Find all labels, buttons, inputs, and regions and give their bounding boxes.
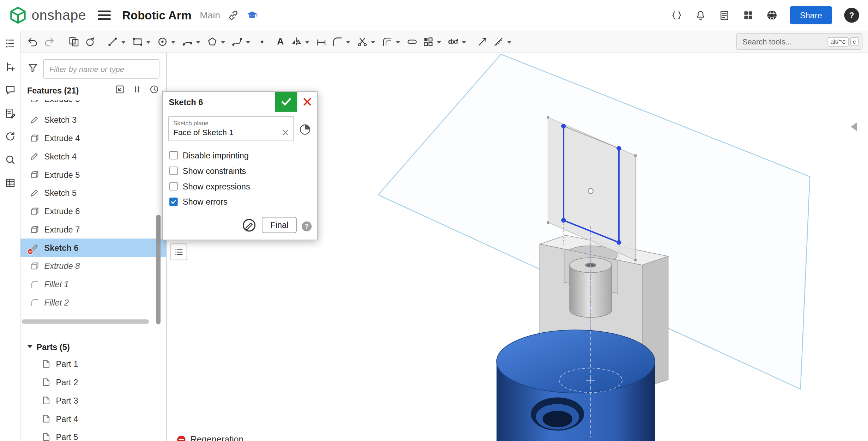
feature-filter-input[interactable] (43, 59, 159, 79)
redo-tool[interactable] (41, 34, 57, 49)
option-show-expressions[interactable]: Show expressions (169, 182, 311, 191)
search-tools-box[interactable]: alt/⌥ c (736, 33, 863, 50)
dxf-dropdown[interactable] (462, 41, 466, 46)
sketch-mode-icon[interactable] (242, 217, 257, 233)
trim-dropdown[interactable] (371, 41, 375, 46)
share-button[interactable]: Share (790, 6, 832, 24)
filter-funnel-icon[interactable] (27, 62, 39, 76)
mirror-tool[interactable] (288, 34, 304, 49)
transform-tool[interactable] (82, 34, 98, 49)
dxf-tool[interactable]: dxf (445, 34, 461, 49)
onshape-logo[interactable]: onshape (9, 6, 86, 24)
trim-tool[interactable] (354, 34, 370, 49)
suspend-icon[interactable] (132, 84, 142, 97)
menu-icon[interactable] (98, 11, 110, 20)
apps-grid-icon[interactable] (742, 10, 754, 21)
checkbox-unchecked[interactable] (169, 182, 178, 191)
fillet-dropdown[interactable] (346, 41, 351, 46)
extend-tool[interactable] (475, 34, 490, 49)
sketch-plane-field[interactable]: Sketch plane Face of Sketch 1 (168, 116, 294, 141)
comments-icon[interactable] (4, 84, 16, 96)
notes-icon[interactable] (4, 107, 16, 119)
part-item[interactable]: Part 2 (20, 373, 166, 391)
insert-feature-icon[interactable] (115, 84, 125, 97)
spline-tool[interactable] (229, 34, 245, 49)
checkbox-checked[interactable] (169, 198, 178, 206)
help-button[interactable]: ? (844, 8, 859, 23)
globe-icon[interactable] (766, 10, 778, 21)
spline-dropdown[interactable] (246, 41, 251, 46)
versions-icon[interactable] (4, 131, 16, 142)
option-show-constraints[interactable]: Show constraints (169, 166, 311, 176)
feature-tree-icon[interactable] (4, 38, 16, 49)
feature-item[interactable]: Extrude 3 (20, 100, 166, 111)
inspect-tool[interactable] (490, 34, 506, 49)
search-icon[interactable] (4, 154, 16, 165)
feature-item[interactable]: Extrude 5 (20, 165, 166, 184)
link-icon[interactable] (228, 10, 239, 21)
tasks-icon[interactable] (718, 10, 730, 21)
offset-dropdown[interactable] (396, 41, 400, 46)
checkbox-unchecked[interactable] (169, 167, 178, 175)
dialog-help-icon[interactable]: ? (302, 221, 312, 231)
feature-item[interactable]: Extrude 8 (20, 257, 166, 275)
part-item[interactable]: Part 1 (20, 355, 166, 373)
polygon-dropdown[interactable] (221, 41, 225, 46)
learning-cap-icon[interactable] (246, 10, 258, 21)
mirror-dropdown[interactable] (305, 41, 309, 46)
feature-item[interactable]: Sketch 3 (20, 111, 166, 129)
horizontal-scrollbar[interactable] (22, 319, 149, 324)
fillet-tool[interactable] (329, 34, 345, 49)
part-item[interactable]: Part 4 (20, 410, 166, 428)
history-clock-icon[interactable] (149, 84, 159, 97)
paste-sketch-tool[interactable] (66, 34, 82, 49)
view-normal-icon[interactable] (299, 123, 312, 138)
panel-collapse-arrow-icon[interactable] (846, 122, 857, 131)
confirm-button[interactable] (275, 92, 297, 111)
insert-icon[interactable] (4, 61, 16, 73)
undo-tool[interactable] (25, 34, 41, 49)
feature-item[interactable]: Extrude 7 (20, 220, 166, 238)
bottom-notice[interactable]: Regeneration (177, 435, 243, 441)
arc-dropdown[interactable] (196, 41, 200, 46)
part-item[interactable]: Part 3 (20, 391, 166, 410)
rectangle-dropdown[interactable] (146, 41, 151, 46)
pattern-dropdown[interactable] (437, 41, 441, 46)
option-show-errors[interactable]: Show errors (169, 197, 311, 207)
feature-item[interactable]: Sketch 5 (20, 184, 166, 202)
feature-item[interactable]: Fillet 2 (20, 294, 166, 312)
circle-tool[interactable] (155, 34, 170, 49)
feature-item[interactable]: Sketch 4 (20, 147, 166, 165)
part-item[interactable]: Part 5 (20, 428, 166, 441)
line-dropdown[interactable] (121, 41, 126, 46)
slot-tool[interactable] (404, 34, 420, 49)
circle-dropdown[interactable] (171, 41, 176, 46)
feature-item[interactable]: Fillet 1 (20, 275, 166, 294)
inspect-dropdown[interactable] (507, 41, 512, 46)
offset-tool[interactable] (379, 34, 395, 49)
cancel-button[interactable] (297, 92, 317, 111)
pattern-tool[interactable] (420, 34, 436, 49)
notifications-bell-icon[interactable] (695, 10, 706, 21)
dimension-tool[interactable] (313, 34, 329, 49)
option-disable-imprinting[interactable]: Disable imprinting (169, 151, 311, 160)
checkbox-unchecked[interactable] (169, 151, 178, 159)
dialog-list-toggle[interactable] (170, 243, 187, 260)
chevron-down-icon[interactable] (27, 345, 33, 351)
tables-icon[interactable] (4, 177, 16, 189)
point-tool[interactable] (254, 34, 270, 49)
clear-selection-icon[interactable] (282, 129, 289, 136)
arc-tool[interactable] (179, 34, 195, 49)
workspace-branch[interactable]: Main (200, 10, 220, 20)
final-button[interactable]: Final (262, 217, 297, 233)
line-tool[interactable] (105, 34, 121, 49)
polygon-tool[interactable] (204, 34, 220, 49)
feature-item[interactable]: Sketch 6 (20, 238, 166, 257)
feature-item[interactable]: Extrude 6 (20, 202, 166, 220)
vertical-scrollbar[interactable] (156, 215, 161, 325)
code-icon[interactable] (671, 10, 682, 21)
feature-item[interactable]: Extrude 4 (20, 129, 166, 147)
search-tools-input[interactable] (742, 37, 826, 46)
text-tool[interactable]: A (272, 34, 288, 49)
blue-cylinder-part[interactable] (496, 330, 655, 441)
